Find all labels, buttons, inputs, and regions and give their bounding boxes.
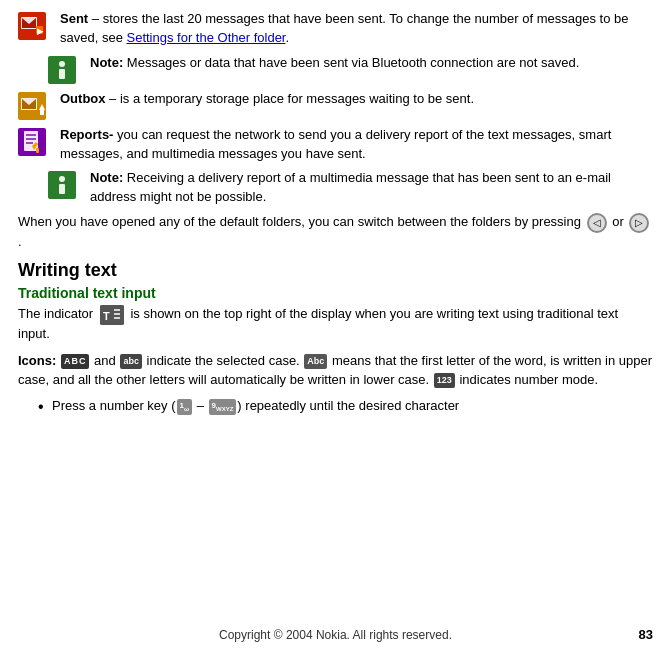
traditional-indicator-icon: T [100,305,124,325]
svg-rect-18 [26,138,36,140]
outbox-icon [18,92,46,120]
icons-paragraph: Icons: ABC and abc indicate the selected… [18,352,653,390]
svg-rect-21 [36,148,39,153]
reports-section: Reports- you can request the network to … [18,126,653,164]
svg-text:T: T [103,310,110,322]
traditional-paragraph: The indicator T is shown on the top righ… [18,305,653,344]
svg-rect-17 [26,134,36,136]
reports-icon-box [18,128,52,156]
writing-text-heading: Writing text [18,260,653,281]
key-1-icon: 1ω [177,399,193,414]
page-content: ▶ Sent – stores the last 20 messages tha… [0,0,671,461]
svg-rect-19 [26,142,33,144]
page-number: 83 [639,627,653,642]
footer: Copyright © 2004 Nokia. All rights reser… [0,628,671,642]
note2-icon-box [48,171,82,199]
nav-right-icon: ▷ [629,213,649,233]
sent-icon: ▶ [18,12,46,40]
outbox-label: Outbox [60,91,106,106]
note2-icon [48,171,76,199]
note2-text: Note: Receiving a delivery report of a m… [90,169,653,207]
reports-icon [18,128,46,156]
nav-left-icon: ◁ [587,213,607,233]
note1-label: Note: [90,55,123,70]
svg-rect-14 [40,110,44,115]
svg-text:▶: ▶ [37,27,44,36]
note1-section: Note: Messages or data that have been se… [48,54,653,84]
bullet-item-1: • Press a number key (1ω – 9WXYZ) repeat… [38,397,653,416]
abc-mixed-icon: Abc [304,354,327,369]
svg-point-7 [59,61,65,67]
sent-label: Sent [60,11,88,26]
copyright-text: Copyright © 2004 Nokia. All rights reser… [219,628,452,642]
key-9-icon: 9WXYZ [209,399,237,414]
reports-text: Reports- you can request the network to … [60,126,653,164]
number-mode-icon: 123 [434,373,455,388]
outbox-text: Outbox – is a temporary storage place fo… [60,90,653,109]
note2-section: Note: Receiving a delivery report of a m… [48,169,653,207]
sent-section: ▶ Sent – stores the last 20 messages tha… [18,10,653,48]
bullet-dot: • [38,397,52,416]
note1-icon-box [48,56,82,84]
note2-label: Note: [90,170,123,185]
svg-rect-24 [59,184,65,194]
svg-rect-8 [59,69,65,79]
bullet-text: Press a number key (1ω – 9WXYZ) repeated… [52,397,653,416]
note1-text: Note: Messages or data that have been se… [90,54,653,73]
svg-point-23 [59,176,65,182]
abc-all-caps-icon: ABC [61,354,90,369]
sent-text: Sent – stores the last 20 messages that … [60,10,653,48]
note1-icon [48,56,76,84]
settings-link[interactable]: Settings for the Other folder [127,30,286,45]
abc-lower-icon: abc [120,354,142,369]
traditional-heading: Traditional text input [18,285,653,301]
outbox-section: Outbox – is a temporary storage place fo… [18,90,653,120]
reports-label: Reports- [60,127,113,142]
outbox-icon-box [18,92,52,120]
sent-icon-box: ▶ [18,12,52,40]
nav-paragraph: When you have opened any of the default … [18,213,653,252]
